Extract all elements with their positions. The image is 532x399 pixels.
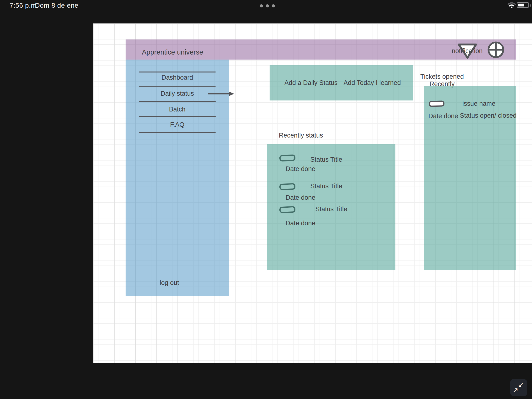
status-pill-icon[interactable] — [279, 183, 295, 190]
battery-level — [518, 4, 524, 6]
status-title-label[interactable]: Status Title — [310, 183, 342, 190]
battery-nub — [530, 4, 531, 7]
status-bar: 7:56 p.m. Dom 8 de ene — [0, 0, 532, 12]
tickets-heading-line1: Tickets opened — [420, 73, 464, 80]
wifi-icon — [508, 2, 516, 8]
sidebar-item-batch[interactable]: Batch — [169, 106, 185, 113]
exit-fullscreen-button[interactable]: ↙ ↗ — [510, 379, 527, 396]
status-date-label[interactable]: Date done — [286, 194, 316, 201]
sidebar-divider[interactable] — [139, 86, 216, 87]
dot-icon — [260, 4, 263, 7]
sidebar-divider[interactable] — [139, 132, 216, 133]
multitask-handle-icon[interactable] — [260, 4, 275, 7]
ticket-date-done-label[interactable]: Date done — [428, 112, 458, 120]
sidebar-divider[interactable] — [139, 116, 216, 117]
status-title-label[interactable]: Status Title — [315, 205, 347, 213]
status-pill-icon[interactable] — [279, 155, 295, 162]
crossed-circle-icon[interactable] — [488, 41, 504, 58]
status-time: 7:56 p.m. — [10, 2, 38, 9]
notification-label[interactable]: notification — [452, 47, 482, 55]
connector-arrow-icon[interactable] — [208, 91, 235, 97]
status-pill-icon[interactable] — [279, 206, 295, 213]
dot-icon — [272, 4, 275, 7]
app-title[interactable]: Apprentice universe — [142, 48, 203, 56]
battery-icon — [517, 2, 529, 8]
tickets-heading[interactable]: Tickets openedRecently — [420, 73, 464, 88]
sidebar-item-dashboard[interactable]: Dashboard — [161, 74, 193, 81]
status-date: Dom 8 de ene — [35, 2, 78, 9]
add-daily-status-label[interactable]: Add a Daily Status — [285, 79, 337, 87]
expand-arrow-icon: ↗ — [512, 386, 518, 394]
status-date-label[interactable]: Date done — [286, 165, 316, 173]
status-title-label[interactable]: Status Title — [310, 156, 342, 163]
sidebar-divider[interactable] — [139, 101, 216, 102]
sidebar-item-faq[interactable]: F.AQ — [170, 121, 184, 128]
ipad-screen: 7:56 p.m. Dom 8 de ene Apprentice univer… — [0, 0, 532, 399]
ticket-checkbox-pill-icon[interactable] — [429, 101, 445, 107]
issue-name-label[interactable]: issue name — [462, 100, 495, 108]
status-date-label[interactable]: Date done — [286, 220, 316, 227]
add-today-learned-label[interactable]: Add Today I learned — [343, 79, 401, 87]
sidebar-divider[interactable] — [139, 71, 216, 72]
whiteboard-canvas[interactable]: Apprentice universe notification Dashboa… — [93, 23, 532, 363]
recent-panel-heading[interactable]: Recently status — [279, 132, 323, 139]
ticket-status-label[interactable]: Status open/ closed — [460, 112, 516, 119]
collapse-arrow-icon: ↙ — [518, 381, 524, 388]
sidebar-item-daily-status[interactable]: Daily status — [160, 90, 194, 97]
dot-icon — [266, 4, 269, 7]
sidebar-logout-label[interactable]: log out — [159, 279, 179, 287]
